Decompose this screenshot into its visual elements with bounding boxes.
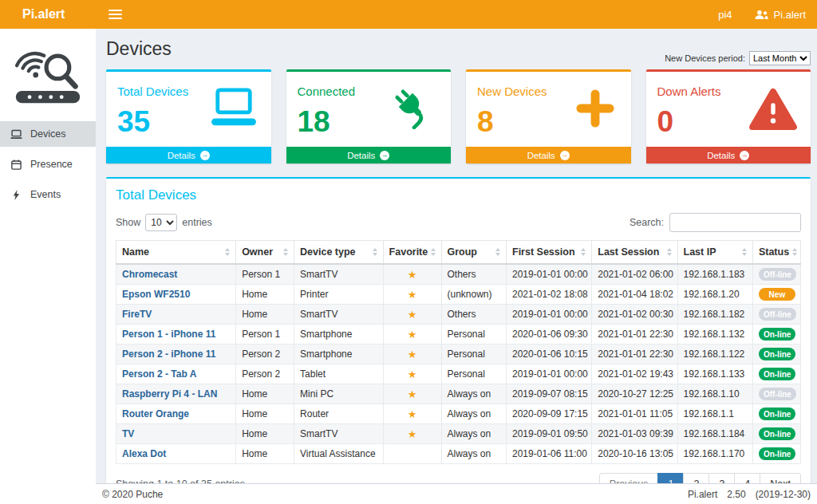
- col-header-owner[interactable]: Owner: [236, 241, 294, 265]
- table-row[interactable]: FireTV Home SmartTV ★ Others 2019-01-01 …: [116, 305, 801, 325]
- device-name-link[interactable]: TV: [116, 424, 236, 444]
- infobox-value: 18: [298, 107, 356, 136]
- page-button-2[interactable]: 2: [683, 473, 709, 483]
- device-name-link[interactable]: Alexa Dot: [116, 444, 236, 464]
- brand-logo[interactable]: Pi.alert: [0, 0, 96, 29]
- infobox-details-link[interactable]: Details →: [646, 147, 811, 163]
- user-menu[interactable]: Pi.alert: [755, 9, 806, 21]
- search-label: Search:: [630, 217, 664, 228]
- status-badge: Off-line: [759, 268, 796, 281]
- calendar-icon: [10, 159, 23, 170]
- details-label: Details: [347, 151, 375, 160]
- last-session-cell: 2021-01-02 00:30: [592, 305, 677, 325]
- table-row[interactable]: Person 2 - iPhone 11 Person 2 Smartphone…: [116, 345, 801, 364]
- next-page-button[interactable]: Next: [760, 473, 801, 483]
- favorite-cell: ★: [383, 424, 441, 444]
- last-ip-cell: 192.168.1.170: [677, 444, 752, 464]
- sort-icon: [431, 248, 436, 256]
- page-button-4[interactable]: 4: [734, 473, 760, 483]
- search-input[interactable]: [669, 213, 801, 232]
- pagination: Previous 1 2 3 4 Next: [599, 473, 801, 483]
- last-session-cell: 2021-01-01 22:30: [592, 325, 677, 345]
- arrow-circle-icon: →: [560, 151, 570, 160]
- col-header-last-ip[interactable]: Last IP: [677, 241, 752, 265]
- device-type-cell: Printer: [294, 285, 384, 305]
- sidebar-item-label: Devices: [30, 128, 65, 140]
- devices-table: Name Owner Device type Favorite Group Fi…: [116, 240, 801, 464]
- app-window: Pi.alert pi4 Pi.alert: [0, 0, 817, 504]
- arrow-circle-icon: →: [200, 151, 210, 160]
- col-header-first-session[interactable]: First Session: [507, 241, 592, 265]
- devices-panel: Total Devices Show 10 entries Search:: [106, 177, 811, 483]
- sort-icon: [373, 248, 377, 256]
- table-row[interactable]: Chromecast Person 1 SmartTV ★ Others 201…: [116, 264, 801, 285]
- device-name-link[interactable]: Router Orange: [116, 404, 236, 424]
- col-header-favorite[interactable]: Favorite: [383, 241, 441, 265]
- status-cell: On-line: [752, 325, 800, 345]
- table-row[interactable]: TV Home SmartTV ★ Always on 2019-09-01 0…: [116, 424, 801, 444]
- status-cell: On-line: [752, 444, 800, 464]
- last-session-cell: 2021-01-04 18:02: [592, 285, 677, 305]
- sidebar-item-label: Events: [30, 189, 61, 200]
- favorite-cell: ★: [383, 364, 441, 384]
- sidebar-item-devices[interactable]: Devices: [0, 121, 96, 147]
- lightning-bolt-icon: [10, 190, 23, 200]
- content-area: Devices New Devices period: Last Month T…: [96, 29, 817, 483]
- table-row[interactable]: Raspberry Pi 4 - LAN Home Mini PC ★ Alwa…: [116, 384, 801, 404]
- infobox-title: Down Alerts: [657, 85, 721, 98]
- infobox-details-link[interactable]: Details →: [106, 147, 271, 163]
- infobox-details-link[interactable]: Details →: [466, 147, 631, 163]
- col-header-status[interactable]: Status: [752, 241, 800, 265]
- device-name-link[interactable]: FireTV: [116, 305, 236, 325]
- sort-icon: [495, 248, 500, 256]
- device-name-link[interactable]: Person 2 - Tab A: [116, 364, 236, 384]
- device-name-link[interactable]: Chromecast: [116, 264, 236, 285]
- footer-version: 2.50: [727, 489, 745, 500]
- infobox-value: 35: [117, 107, 188, 136]
- table-row[interactable]: Person 2 - Tab A Person 2 Tablet ★ Perso…: [116, 364, 801, 384]
- table-row[interactable]: Person 1 - iPhone 11 Person 1 Smartphone…: [116, 325, 801, 345]
- last-session-cell: 2020-10-27 12:25: [592, 384, 677, 404]
- last-ip-cell: 192.168.1.133: [677, 364, 752, 384]
- details-label: Details: [527, 151, 555, 160]
- sidebar-item-events[interactable]: Events: [0, 182, 96, 207]
- group-cell: Personal: [441, 325, 507, 345]
- page-button-3[interactable]: 3: [708, 473, 735, 483]
- table-row[interactable]: Epson WF2510 Home Printer ★ (unknown) 20…: [116, 285, 801, 305]
- page-button-1[interactable]: 1: [657, 473, 684, 483]
- table-row[interactable]: Alexa Dot Home Virtual Assistance Always…: [116, 444, 801, 464]
- device-type-cell: Smartphone: [294, 325, 384, 345]
- first-session-cell: 2020-01-06 09:30: [507, 325, 592, 345]
- last-session-cell: 2021-01-01 22:30: [592, 345, 677, 364]
- infobox-details-link[interactable]: Details →: [286, 147, 452, 163]
- period-select[interactable]: Last Month: [749, 51, 811, 65]
- device-name-link[interactable]: Person 1 - iPhone 11: [116, 325, 236, 345]
- favorite-star-icon: ★: [408, 348, 417, 360]
- col-header-device-type[interactable]: Device type: [294, 241, 384, 265]
- infobox-value: 8: [477, 107, 547, 136]
- search-control: Search:: [630, 213, 801, 232]
- page-header: Devices New Devices period: Last Month: [106, 33, 811, 69]
- favorite-cell: ★: [383, 345, 441, 364]
- page-length-select[interactable]: 10: [145, 214, 177, 231]
- favorite-star-icon: ★: [408, 309, 417, 321]
- status-badge: On-line: [759, 368, 795, 380]
- col-header-last-session[interactable]: Last Session: [592, 241, 677, 265]
- device-type-cell: SmartTV: [294, 305, 384, 325]
- first-session-cell: 2020-09-09 17:15: [507, 404, 592, 424]
- sidebar-item-presence[interactable]: Presence: [0, 152, 96, 177]
- sort-icon: [581, 248, 586, 256]
- hamburger-menu-icon[interactable]: [109, 7, 122, 22]
- col-header-group[interactable]: Group: [441, 241, 507, 265]
- col-header-name[interactable]: Name: [116, 241, 236, 265]
- favorite-star-icon: ★: [408, 269, 417, 281]
- prev-page-button[interactable]: Previous: [599, 473, 659, 483]
- favorite-star-icon: ★: [408, 428, 417, 440]
- device-name-link[interactable]: Raspberry Pi 4 - LAN: [116, 384, 236, 404]
- favorite-cell: ★: [383, 264, 441, 285]
- device-name-link[interactable]: Person 2 - iPhone 11: [116, 345, 236, 364]
- group-cell: Others: [441, 305, 507, 325]
- table-row[interactable]: Router Orange Home Router ★ Always on 20…: [116, 404, 801, 424]
- device-name-link[interactable]: Epson WF2510: [116, 285, 236, 305]
- infobox-connected: Connected 18: [286, 69, 452, 163]
